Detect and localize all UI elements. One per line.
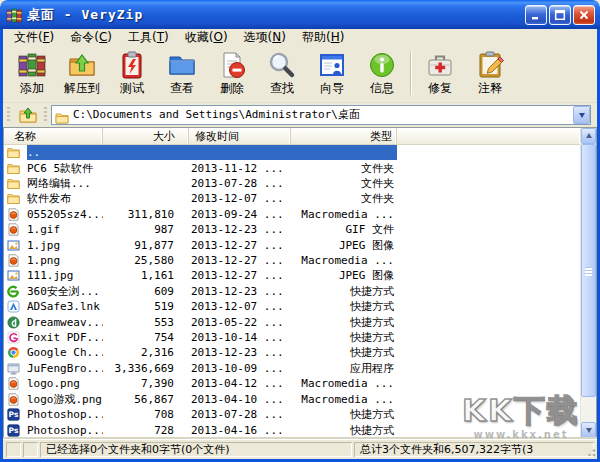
file-type: JPEG 图像	[291, 268, 397, 283]
folder-icon	[7, 177, 24, 190]
column-header-size[interactable]: 大小	[103, 128, 189, 144]
file-name: 软件发布	[27, 191, 103, 206]
view-icon	[166, 49, 198, 81]
column-header-mtime[interactable]: 修改时间	[189, 128, 291, 144]
menu-item-command[interactable]: 命令(C)	[62, 28, 120, 48]
file-row[interactable]: 1.jpg91,8772013-12-27 ...JPEG 图像	[4, 237, 580, 252]
file-mtime: 2013-04-10 ...	[189, 393, 291, 406]
file-type: 快捷方式	[291, 299, 397, 314]
flash-file-icon	[7, 223, 24, 236]
vertical-scrollbar[interactable]	[580, 128, 596, 438]
file-mtime: 2013-04-12 ...	[189, 377, 291, 390]
file-row[interactable]: logo.png7,3902013-04-12 ...Macromedia ..…	[4, 376, 580, 391]
title-bar[interactable]: 桌面 - VeryZip	[0, 0, 600, 29]
status-bar: 已经选择0个文件夹和0字节(0个文件) 总计3个文件夹和6,507,322字节(…	[3, 439, 597, 459]
add-archive-icon	[16, 49, 48, 81]
file-row[interactable]: Dreamweav...5532013-05-22 ...快捷方式	[4, 314, 580, 329]
wizard-button[interactable]: 向导	[307, 48, 357, 95]
address-dropdown-button[interactable]	[573, 106, 590, 124]
menu-item-file[interactable]: 文件(F)	[6, 28, 62, 48]
file-row[interactable]: logo游戏.png56,8672013-04-10 ...Macromedia…	[4, 392, 580, 407]
file-mtime: 2013-11-12 ...	[189, 162, 291, 175]
info-button[interactable]: 信息	[357, 48, 407, 95]
file-size: 987	[103, 223, 189, 236]
file-type: JPEG 图像	[291, 238, 397, 253]
file-row[interactable]: Google Ch...2,3162013-12-23 ...快捷方式	[4, 345, 580, 360]
address-path[interactable]: C:\Documents and Settings\Administrator\…	[69, 107, 573, 122]
view-button[interactable]: 查看	[157, 48, 207, 95]
file-row[interactable]: 1.png25,5802013-12-27 ...Macromedia ...	[4, 253, 580, 268]
comment-button[interactable]: 注释	[465, 48, 515, 95]
file-row[interactable]: ADSafe3.lnk5192013-12-07 ...快捷方式	[4, 299, 580, 314]
file-row[interactable]: ..	[4, 145, 580, 160]
close-button[interactable]	[573, 5, 595, 25]
find-button[interactable]: 查找	[257, 48, 307, 95]
column-header-type[interactable]: 类型	[291, 128, 397, 144]
file-mtime: 2013-12-27 ...	[189, 239, 291, 252]
extract-button[interactable]: 解压到	[57, 48, 107, 95]
file-row[interactable]: 1.gif9872013-12-23 ...GIF 文件	[4, 222, 580, 237]
file-name: 055205sz4...	[27, 208, 103, 221]
menu-item-tools[interactable]: 工具(T)	[120, 28, 177, 48]
flash-file-icon	[7, 393, 24, 406]
file-type: 文件夹	[291, 161, 397, 176]
address-combo[interactable]: C:\Documents and Settings\Administrator\…	[51, 105, 591, 125]
menu-item-options[interactable]: 选项(N)	[236, 28, 294, 48]
window-title: 桌面 - VeryZip	[27, 6, 525, 24]
file-name: Photoshop...	[27, 424, 103, 437]
add-button[interactable]: 添加	[7, 48, 57, 95]
test-button[interactable]: 测试	[107, 48, 157, 95]
file-name: 1.png	[27, 254, 103, 267]
file-mtime: 2013-10-09 ...	[189, 362, 291, 375]
file-size: 2,316	[103, 346, 189, 359]
status-panel-disk	[6, 442, 21, 457]
up-folder-button[interactable]	[14, 105, 40, 125]
file-type: 快捷方式	[291, 330, 397, 345]
delete-button[interactable]: 删除	[207, 48, 257, 95]
menu-item-favorites[interactable]: 收藏(O)	[177, 28, 236, 48]
scroll-down-button[interactable]	[581, 422, 596, 438]
file-mtime: 2013-12-27 ...	[189, 254, 291, 267]
file-name: logo.png	[27, 377, 103, 390]
repair-button[interactable]: 修复	[415, 48, 465, 95]
menu-item-help[interactable]: 帮助(H)	[294, 28, 352, 48]
scroll-up-button[interactable]	[581, 128, 596, 144]
scroll-thumb[interactable]	[581, 144, 596, 397]
file-name: Photoshop...	[27, 408, 103, 421]
toolbar-button-label: 注释	[478, 81, 502, 95]
file-row[interactable]: PC6 5款软件2013-11-12 ...文件夹	[4, 160, 580, 175]
folder-icon	[7, 162, 24, 175]
file-mtime: 2013-12-07 ...	[189, 300, 291, 313]
file-size: 728	[103, 424, 189, 437]
file-row[interactable]: 055205sz4...311,8102013-09-24 ...Macrome…	[4, 207, 580, 222]
file-size: 56,867	[103, 393, 189, 406]
file-name: Dreamweav...	[27, 316, 103, 329]
veryzip-window: 桌面 - VeryZip 文件(F)命令(C)工具(T)收藏(O)选项(N)帮助…	[0, 0, 600, 462]
file-row[interactable]: 软件发布2013-12-07 ...文件夹	[4, 191, 580, 206]
file-row[interactable]: 111.jpg1,1612013-12-27 ...JPEG 图像	[4, 268, 580, 283]
file-row[interactable]: 网络编辑...2013-07-28 ...文件夹	[4, 176, 580, 191]
file-type: 快捷方式	[291, 284, 397, 299]
file-row[interactable]: 360安全浏...6092013-12-23 ...快捷方式	[4, 284, 580, 299]
file-name: logo游戏.png	[27, 392, 103, 407]
file-size: 708	[103, 408, 189, 421]
photoshop-icon: Ps	[7, 408, 24, 421]
file-row[interactable]: PsPhotoshop...7082013-07-28 ...快捷方式	[4, 407, 580, 422]
file-row[interactable]: PsPhotoshop...7282013-04-16 ...快捷方式	[4, 422, 580, 437]
toolbar-button-label: 删除	[220, 81, 244, 95]
rebar-grip[interactable]	[44, 107, 47, 123]
resize-grip[interactable]	[584, 445, 597, 458]
rebar-grip[interactable]	[7, 107, 10, 123]
minimize-button[interactable]	[525, 5, 547, 25]
file-row[interactable]: JuFengBro...3,336,6692013-10-09 ...应用程序	[4, 361, 580, 376]
column-header-name[interactable]: 名称	[4, 128, 103, 144]
scroll-track[interactable]	[581, 144, 596, 422]
photoshop-icon: Ps	[7, 424, 24, 437]
file-row[interactable]: Foxit PDF...7542013-10-14 ...快捷方式	[4, 330, 580, 345]
folder-icon	[7, 146, 24, 159]
image-file-icon	[7, 239, 24, 252]
maximize-button[interactable]	[549, 5, 571, 25]
file-type: 文件夹	[291, 191, 397, 206]
file-mtime: 2013-07-28 ...	[189, 177, 291, 190]
status-panel-key	[23, 442, 38, 457]
